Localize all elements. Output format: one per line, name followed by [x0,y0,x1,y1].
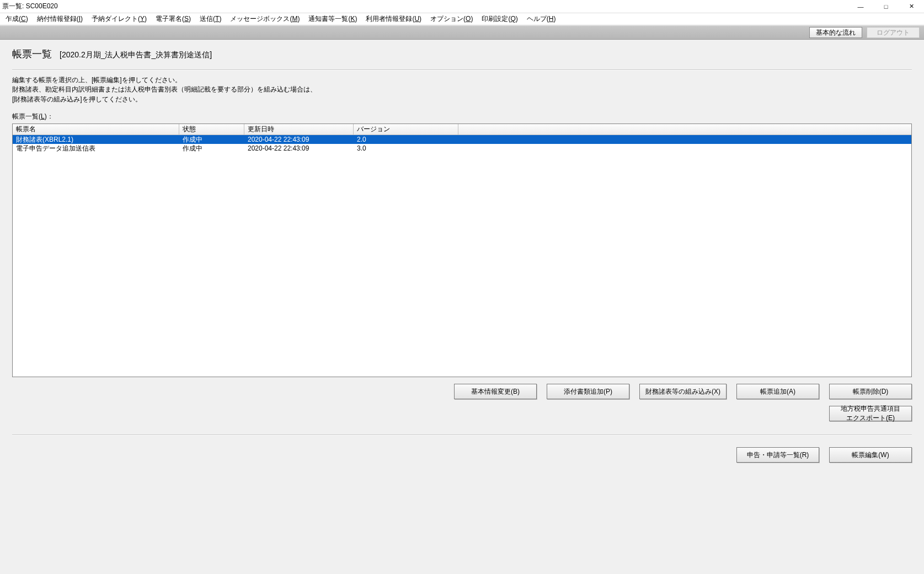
col-header-rest [458,124,911,135]
col-header-updated[interactable]: 更新日時 [244,124,354,135]
cell-name: 財務諸表(XBRL2.1) [13,135,179,144]
form-edit-button[interactable]: 帳票編集(W) [829,447,912,463]
cell-updated: 2020-04-22 22:43:09 [244,135,354,144]
cell-version: 2.0 [354,135,458,144]
toolbar: 基本的な流れ ログアウト [0,25,924,40]
form-list-grid[interactable]: 帳票名 状態 更新日時 バージョン 財務諸表(XBRL2.1)作成中2020-0… [12,124,912,377]
page-title-row: 帳票一覧 [2020.2月期_法人税申告書_決算書別途送信] [12,47,912,61]
page-title: 帳票一覧 [12,47,52,61]
close-button[interactable]: ✕ [899,0,924,13]
button-row-3: 申告・申請等一覧(R)帳票編集(W) [12,447,912,463]
col-header-name[interactable]: 帳票名 [13,124,179,135]
list-label-post: )： [45,112,54,120]
page-subtitle: [2020.2月期_法人税申告書_決算書別途送信] [60,50,212,60]
list-label-accel: L [41,112,45,120]
cell-rest [458,144,911,153]
menu-item-6[interactable]: 通知書等一覧(K) [304,13,361,25]
form-add-button[interactable]: 帳票追加(A) [736,384,819,399]
local-tax-export-button[interactable]: 地方税申告共通項目 エクスポート(E) [829,406,912,421]
attach-add-button[interactable]: 添付書類追加(P) [547,384,629,399]
divider [12,69,912,70]
col-header-status[interactable]: 状態 [179,124,244,135]
instruction-line: 財務諸表、勘定科目内訳明細書または法人税申告書別表（明細記載を要する部分）を組み… [12,85,912,94]
action-buttons: 基本情報変更(B)添付書類追加(P)財務諸表等の組み込み(X)帳票追加(A)帳票… [12,384,912,463]
table-row[interactable]: 財務諸表(XBRL2.1)作成中2020-04-22 22:43:092.0 [13,135,911,144]
list-label: 帳票一覧(L)： [12,112,912,121]
menu-item-2[interactable]: 予納ダイレクト(Y) [87,13,151,25]
content-area: 帳票一覧 [2020.2月期_法人税申告書_決算書別途送信] 編集する帳票を選択… [0,40,924,466]
menu-item-5[interactable]: メッセージボックス(M) [226,13,304,25]
form-delete-button[interactable]: 帳票削除(D) [829,384,912,399]
fs-import-button[interactable]: 財務諸表等の組み込み(X) [639,384,727,399]
menubar: 乍成(C)納付情報登録(I)予納ダイレクト(Y)電子署名(S)送信(T)メッセー… [0,13,924,25]
cell-status: 作成中 [179,135,244,144]
menu-item-3[interactable]: 電子署名(S) [151,13,195,25]
minimize-button[interactable]: — [848,0,873,13]
cell-rest [458,135,911,144]
basic-info-change-button[interactable]: 基本情報変更(B) [454,384,537,399]
logout-button[interactable]: ログアウト [867,27,920,38]
menu-item-10[interactable]: ヘルプ(H) [522,13,560,25]
maximize-button[interactable]: □ [873,0,899,13]
cell-status: 作成中 [179,144,244,153]
instruction-line: 編集する帳票を選択の上、[帳票編集]を押してください。 [12,76,912,85]
menu-item-1[interactable]: 納付情報登録(I) [33,13,87,25]
menu-item-9[interactable]: 印刷設定(Q) [477,13,522,25]
col-header-version[interactable]: バージョン [354,124,458,135]
grid-header: 帳票名 状態 更新日時 バージョン [13,124,911,135]
cell-version: 3.0 [354,144,458,153]
titlebar: 票一覧: SC00E020 — □ ✕ [0,0,924,13]
basic-flow-button[interactable]: 基本的な流れ [809,27,862,38]
cell-name: 電子申告データ追加送信表 [13,144,179,153]
button-row-1: 基本情報変更(B)添付書類追加(P)財務諸表等の組み込み(X)帳票追加(A)帳票… [12,384,912,399]
table-row[interactable]: 電子申告データ追加送信表作成中2020-04-22 22:43:093.0 [13,144,911,153]
cell-updated: 2020-04-22 22:43:09 [244,144,354,153]
menu-item-0[interactable]: 乍成(C) [1,13,33,25]
grid-body: 財務諸表(XBRL2.1)作成中2020-04-22 22:43:092.0電子… [13,135,911,153]
footer-divider [12,434,912,435]
window-title: 票一覧: SC00E020 [2,2,58,11]
instruction-line: [財務諸表等の組み込み]を押してください。 [12,95,912,104]
menu-item-7[interactable]: 利用者情報登録(U) [361,13,426,25]
button-row-2: 地方税申告共通項目 エクスポート(E) [12,406,912,421]
menu-item-4[interactable]: 送信(T) [195,13,226,25]
window-controls: — □ ✕ [848,0,924,13]
menu-item-8[interactable]: オプション(O) [426,13,477,25]
application-list-button[interactable]: 申告・申請等一覧(R) [736,447,819,463]
instructions: 編集する帳票を選択の上、[帳票編集]を押してください。 財務諸表、勘定科目内訳明… [12,76,912,104]
list-label-pre: 帳票一覧( [12,112,41,120]
